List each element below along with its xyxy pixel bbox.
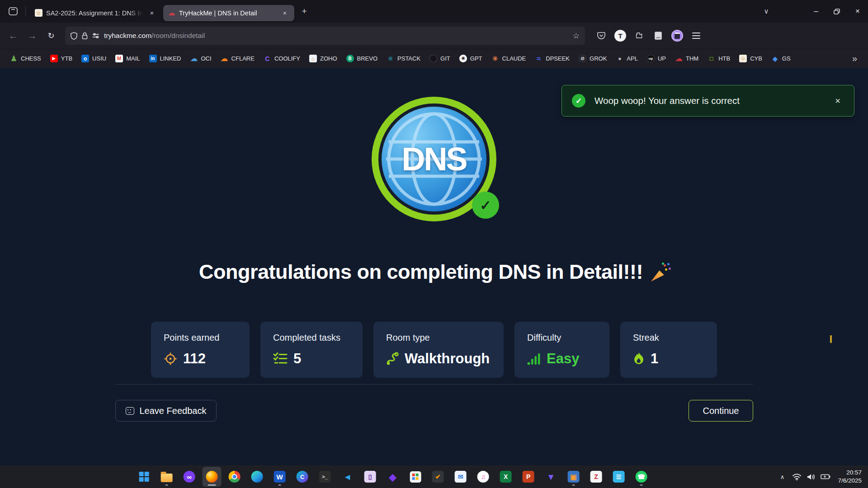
bookmark-label: UP — [658, 55, 666, 62]
taskbar-firefox[interactable] — [203, 467, 222, 487]
bookmark-brevo[interactable]: BBREVO — [343, 53, 382, 64]
taskbar-mail-app[interactable]: ✉ — [451, 467, 470, 487]
taskbar-checkmark-app[interactable]: ✔ — [429, 467, 448, 487]
deepseek-icon: ≈ — [535, 55, 542, 62]
taskbar-ms-store[interactable] — [406, 467, 425, 487]
stat-label: Difficulty — [527, 333, 597, 343]
firefox-view-icon[interactable] — [5, 5, 21, 18]
bookmark-mail[interactable]: MMAIL — [112, 53, 143, 64]
tab-tryhackme[interactable]: ☁ TryHackMe | DNS in Detail × — [163, 5, 294, 21]
bookmark-apl[interactable]: ●APL — [612, 53, 642, 64]
taskbar-vscode[interactable]: ◄ — [338, 467, 357, 487]
tab-close-icon[interactable]: × — [147, 8, 157, 18]
taskbar-goggles-app[interactable]: ∞ — [180, 467, 199, 487]
bookmark-label: CYB — [750, 55, 762, 62]
menu-hamburger-icon[interactable] — [688, 28, 704, 43]
bookmarks-bar-items: ♟CHESS▶YTBoUSIUMMAILinLINKED☁OCI☁CFLAREC… — [6, 53, 794, 64]
bookmark-zoho[interactable]: ⌂ZOHO — [306, 53, 341, 64]
taskbar-terminal[interactable]: >_ — [316, 467, 335, 487]
bookmark-grok[interactable]: ⊘GROK — [575, 53, 610, 64]
lock-icon[interactable] — [82, 32, 88, 39]
battery-charging-icon[interactable] — [820, 469, 831, 484]
stats-row: Points earned 112 Completed tasks — [151, 322, 717, 378]
running-indicator — [165, 484, 168, 486]
bookmark-htb[interactable]: □HTB — [704, 53, 734, 64]
tray-chevron-icon[interactable]: ∧ — [776, 469, 788, 484]
extensions-puzzle-icon[interactable] — [631, 28, 647, 43]
container-profile-avatar[interactable]: T — [612, 28, 628, 43]
taskbar-canva[interactable]: C — [293, 467, 312, 487]
url-text[interactable]: tryhackme.com/room/dnsindetail — [104, 32, 568, 40]
taskbar-phone-link[interactable]: ▯ — [361, 467, 380, 487]
stat-label: Completed tasks — [273, 333, 350, 343]
restore-window-button[interactable] — [826, 3, 847, 19]
bookmark-ytb[interactable]: ▶YTB — [47, 53, 76, 64]
taskbar-file-explorer[interactable] — [157, 467, 176, 487]
taskbar-word[interactable]: W — [270, 467, 289, 487]
taskbar-vmware[interactable]: ▣ — [564, 467, 583, 487]
continue-label: Continue — [703, 406, 739, 416]
tab-close-icon[interactable]: × — [280, 8, 290, 18]
url-bar[interactable]: tryhackme.com/room/dnsindetail ☆ — [65, 27, 585, 45]
bookmark-coolify[interactable]: CCOOLIFY — [260, 53, 304, 64]
continue-button[interactable]: Continue — [689, 400, 753, 422]
taskbar-notes-app[interactable]: ☰ — [609, 467, 628, 487]
start-button-icon — [139, 472, 149, 482]
wifi-icon[interactable] — [791, 469, 802, 484]
minimize-button[interactable]: – — [806, 3, 826, 19]
system-tray: ∧ 20:57 7/6/2025 — [776, 465, 868, 488]
bookmark-git[interactable]: GIT — [426, 53, 454, 64]
bookmark-pstack[interactable]: ≡PSTACK — [383, 53, 424, 64]
toast-close-icon[interactable]: × — [831, 94, 844, 108]
bookmark-usiu[interactable]: oUSIU — [78, 53, 110, 64]
bookmark-claude[interactable]: ✳CLAUDE — [488, 53, 530, 64]
taskbar-clock[interactable]: 20:57 7/6/2025 — [838, 469, 862, 485]
clipboard-extension-icon[interactable] — [669, 28, 685, 43]
leave-feedback-button[interactable]: Leave Feedback — [115, 400, 217, 422]
bookmark-oci[interactable]: ☁OCI — [186, 53, 215, 64]
stat-value: Walkthrough — [405, 351, 490, 367]
taskbar-excel[interactable]: X — [496, 467, 515, 487]
chess-pawn-icon: ♟ — [10, 55, 18, 62]
bookmark-cflare[interactable]: ☁CFLARE — [217, 53, 258, 64]
permissions-icon[interactable] — [92, 33, 99, 39]
pstack-icon: ≡ — [387, 55, 394, 62]
bookmark-linked[interactable]: inLINKED — [146, 53, 185, 64]
tracking-shield-icon[interactable] — [71, 32, 77, 40]
taskbar-proton-vpn[interactable]: ▼ — [542, 467, 561, 487]
stat-card-points: Points earned 112 — [151, 322, 250, 378]
bookmark-thm[interactable]: ☁THM — [671, 53, 702, 64]
bookmark-chess[interactable]: ♟CHESS — [6, 53, 45, 64]
toast-message: Woop woop! Your answer is correct — [594, 95, 822, 106]
taskbar-edge[interactable] — [248, 467, 267, 487]
taskbar-chrome[interactable] — [225, 467, 244, 487]
bookmark-gs[interactable]: ◆GS — [768, 53, 794, 64]
taskbar-powerpoint[interactable]: P — [519, 467, 538, 487]
tab-assignment[interactable]: ☺ SA2-2025: Assignment 1: DNS In × — [30, 5, 161, 21]
flame-icon — [633, 352, 645, 366]
bookmark-gpt[interactable]: ✳GPT — [456, 53, 486, 64]
list-all-tabs-icon[interactable]: ∨ — [759, 5, 774, 18]
proton-vpn-icon: ▼ — [545, 471, 557, 483]
forward-icon[interactable]: → — [24, 28, 41, 43]
bookmark-star-icon[interactable]: ☆ — [573, 31, 580, 41]
close-window-button[interactable]: × — [847, 3, 868, 19]
bookmark-up[interactable]: upUP — [643, 53, 670, 64]
pocket-icon[interactable] — [593, 28, 609, 43]
upwork-icon: up — [647, 55, 655, 62]
canva-icon: C — [297, 471, 308, 483]
reload-icon[interactable]: ↻ — [42, 28, 60, 43]
taskbar-zotero[interactable]: Z — [587, 467, 606, 487]
new-tab-button[interactable]: + — [297, 4, 311, 19]
sidebar-page-icon[interactable] — [650, 28, 666, 43]
bookmark-dpseek[interactable]: ≈DPSEEK — [531, 53, 573, 64]
taskbar-whatsapp[interactable]: ☎ — [632, 467, 651, 487]
volume-icon[interactable] — [805, 469, 817, 484]
bookmark-cyb[interactable]: ☺CYB — [736, 53, 766, 64]
taskbar-start-button[interactable] — [135, 467, 154, 487]
taskbar-itunes[interactable]: ♫ — [474, 467, 493, 487]
bookmarks-overflow-icon[interactable]: » — [848, 53, 862, 64]
taskbar-obsidian[interactable]: ◆ — [383, 467, 402, 487]
claude-icon: ✳ — [491, 55, 499, 62]
back-icon[interactable]: ← — [5, 28, 22, 43]
